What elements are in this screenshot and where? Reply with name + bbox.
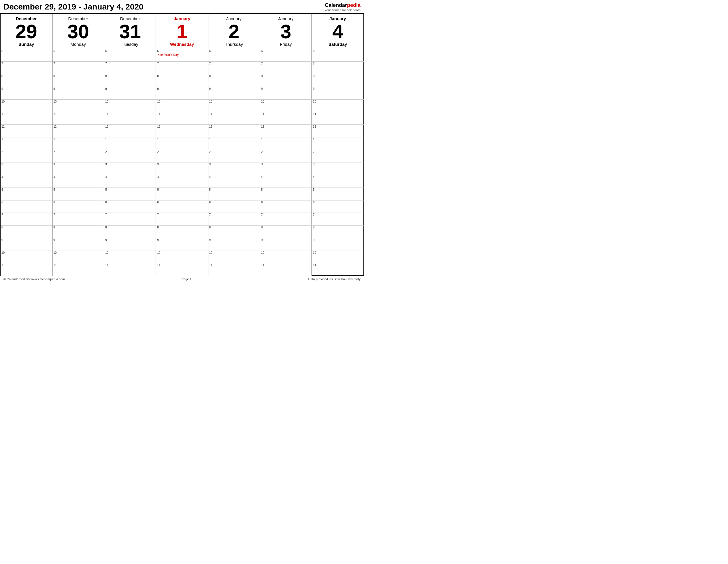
time-cell-jan04-slot5: 11 xyxy=(312,112,364,125)
time-label-jan01-slot14: 8 xyxy=(156,226,208,230)
time-label-jan02-slot15: 9 xyxy=(208,238,260,242)
time-label-dec30-slot0: 6 xyxy=(52,49,104,53)
time-cell-jan01-slot6: 12 xyxy=(156,125,208,137)
time-cell-dec31-slot12: 6 xyxy=(104,201,156,213)
time-cell-jan01-slot3: 9 xyxy=(156,87,208,100)
time-cell-jan02-slot8: 2 xyxy=(208,150,260,163)
time-label-dec29-slot2: 8 xyxy=(1,74,52,78)
time-cell-jan03-slot5: 11 xyxy=(260,112,312,125)
time-label-dec31-slot17: 11 xyxy=(104,263,156,267)
time-cell-jan02-slot3: 9 xyxy=(208,87,260,100)
time-cell-jan03-slot8: 2 xyxy=(260,150,312,163)
time-cell-jan02-slot16: 10 xyxy=(208,251,260,264)
time-label-dec30-slot12: 6 xyxy=(52,201,104,205)
time-label-dec31-slot4: 10 xyxy=(104,100,156,104)
time-label-dec29-slot8: 2 xyxy=(1,150,52,154)
time-label-dec30-slot11: 5 xyxy=(52,188,104,192)
time-label-jan02-slot6: 12 xyxy=(208,125,260,129)
time-cell-dec29-slot15: 9 xyxy=(1,238,52,251)
time-cell-jan04-slot1: 7 xyxy=(312,62,364,74)
time-label-jan01-slot11: 5 xyxy=(156,188,208,192)
time-cell-jan02-slot12: 6 xyxy=(208,201,260,213)
day-header-jan04: January4Saturday xyxy=(312,14,364,49)
time-cell-jan01-slot10: 4 xyxy=(156,175,208,188)
time-cell-jan04-slot12: 6 xyxy=(312,201,364,213)
time-label-jan03-slot15: 9 xyxy=(260,238,312,242)
time-label-dec31-slot6: 12 xyxy=(104,125,156,129)
time-label-jan04-slot9: 3 xyxy=(312,163,363,167)
time-cell-jan01-slot5: 11 xyxy=(156,112,208,125)
time-cell-dec31-slot5: 11 xyxy=(104,112,156,125)
time-label-jan02-slot14: 8 xyxy=(208,226,260,230)
time-cell-dec30-slot0: 6 xyxy=(52,49,104,62)
time-label-jan02-slot4: 10 xyxy=(208,100,260,104)
time-label-dec30-slot2: 8 xyxy=(52,74,104,78)
time-cell-jan04-slot0: 6 xyxy=(312,49,364,62)
time-cell-jan02-slot17: 11 xyxy=(208,263,260,276)
day-name-jan03: Friday xyxy=(280,42,292,47)
time-cell-dec29-slot16: 10 xyxy=(1,251,52,264)
time-label-jan02-slot12: 6 xyxy=(208,201,260,205)
time-label-jan01-slot10: 4 xyxy=(156,175,208,179)
time-cell-dec30-slot1: 7 xyxy=(52,62,104,74)
time-cell-dec30-slot10: 4 xyxy=(52,175,104,188)
time-cell-dec29-slot2: 8 xyxy=(1,74,52,87)
day-name-dec30: Monday xyxy=(71,42,86,47)
time-label-jan04-slot2: 8 xyxy=(312,74,363,78)
time-label-jan01-slot8: 2 xyxy=(156,150,208,154)
time-cell-dec30-slot12: 6 xyxy=(52,201,104,213)
time-cell-jan01-slot0: 6New Year's Day xyxy=(156,49,208,62)
time-cell-jan01-slot8: 2 xyxy=(156,150,208,163)
time-cell-dec31-slot10: 4 xyxy=(104,175,156,188)
time-label-dec30-slot15: 9 xyxy=(52,238,104,242)
time-cell-jan03-slot15: 9 xyxy=(260,238,312,251)
time-cell-jan02-slot1: 7 xyxy=(208,62,260,74)
time-cell-dec31-slot13: 7 xyxy=(104,213,156,226)
time-cell-jan04-slot10: 4 xyxy=(312,175,364,188)
time-cell-dec30-slot15: 9 xyxy=(52,238,104,251)
day-name-jan04: Saturday xyxy=(329,42,347,47)
time-label-jan02-slot1: 7 xyxy=(208,62,260,66)
time-label-dec29-slot14: 8 xyxy=(1,226,52,230)
time-label-jan04-slot8: 2 xyxy=(312,150,363,154)
time-cell-jan03-slot17: 11 xyxy=(260,263,312,276)
time-cell-jan04-slot9: 3 xyxy=(312,163,364,175)
time-label-jan04-slot5: 11 xyxy=(312,112,363,116)
footer-disclaimer: Data provided 'as is' without warranty xyxy=(308,278,361,281)
time-label-dec29-slot11: 5 xyxy=(1,188,52,192)
day-header-dec30: December30Monday xyxy=(52,14,104,49)
time-cell-jan01-slot16: 10 xyxy=(156,251,208,264)
time-label-jan04-slot15: 9 xyxy=(312,238,363,242)
time-cell-dec29-slot0: 6 xyxy=(1,49,52,62)
page-header: December 29, 2019 - January 4, 2020 Cale… xyxy=(0,0,364,14)
day-header-jan02: January2Thursday xyxy=(208,14,260,49)
time-label-dec30-slot6: 12 xyxy=(52,125,104,129)
time-cell-jan02-slot10: 4 xyxy=(208,175,260,188)
time-cell-dec31-slot0: 6 xyxy=(104,49,156,62)
time-label-jan03-slot7: 1 xyxy=(260,137,312,142)
time-cell-jan01-slot12: 6 xyxy=(156,201,208,213)
brand-logo: Calendarpedia Your source for calendars xyxy=(325,2,361,12)
time-label-jan04-slot14: 8 xyxy=(312,226,363,230)
time-cell-dec30-slot9: 3 xyxy=(52,163,104,175)
day-name-jan02: Thursday xyxy=(225,42,243,47)
time-cell-dec29-slot4: 10 xyxy=(1,100,52,112)
time-label-dec29-slot0: 6 xyxy=(1,49,52,53)
time-label-dec31-slot9: 3 xyxy=(104,163,156,167)
time-label-dec29-slot17: 11 xyxy=(1,263,52,267)
time-label-dec29-slot10: 4 xyxy=(1,175,52,179)
time-label-dec29-slot13: 7 xyxy=(1,213,52,217)
time-cell-dec30-slot4: 10 xyxy=(52,100,104,112)
time-label-dec30-slot8: 2 xyxy=(52,150,104,154)
time-label-jan03-slot13: 7 xyxy=(260,213,312,217)
time-cell-dec31-slot11: 5 xyxy=(104,188,156,201)
time-label-dec31-slot16: 10 xyxy=(104,251,156,255)
time-label-jan04-slot7: 1 xyxy=(312,137,363,142)
time-cell-jan02-slot7: 1 xyxy=(208,137,260,150)
time-label-dec30-slot14: 8 xyxy=(52,226,104,230)
time-cell-jan02-slot5: 11 xyxy=(208,112,260,125)
time-label-dec31-slot1: 7 xyxy=(104,62,156,66)
day-header-jan01: January1Wednesday xyxy=(156,14,208,49)
time-label-dec31-slot13: 7 xyxy=(104,213,156,217)
time-label-jan04-slot17: 11 xyxy=(312,263,363,267)
